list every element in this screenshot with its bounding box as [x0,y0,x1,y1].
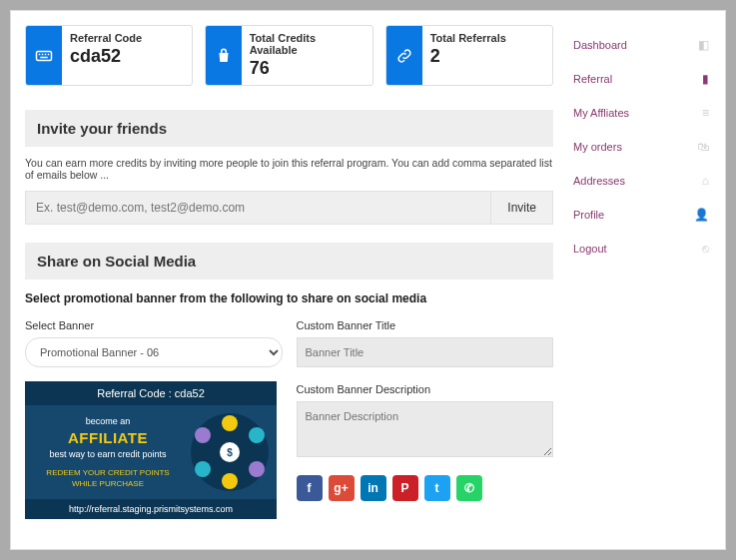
share-form-row: Select Banner Promotional Banner - 06 Re… [25,319,553,519]
invite-row: Invite [25,191,553,225]
sidebar-item-label: Logout [573,243,607,255]
stat-label: Referral Code [70,32,142,44]
social-row: f g+ in P t ✆ [297,475,554,501]
bag-icon [206,26,241,85]
sidebar-item-logout[interactable]: Logout ⎋ [571,232,711,266]
select-banner-label: Select Banner [25,319,283,331]
stat-referral-code: Referral Code cda52 [25,25,193,86]
linkedin-icon[interactable]: in [361,475,386,501]
stat-referrals: Total Referrals 2 [385,25,553,86]
sidebar-item-label: Profile [573,209,604,221]
invite-email-input[interactable] [25,191,491,225]
pinterest-icon[interactable]: P [392,475,418,501]
sidebar-item-orders[interactable]: My orders 🛍 [571,130,711,164]
svg-rect-1 [39,53,41,55]
stat-value: cda52 [70,46,142,67]
sidebar-item-label: Referral [573,73,612,85]
stat-credits: Total Credits Available 76 [205,25,372,86]
sidebar-item-addresses[interactable]: Addresses ⌂ [571,164,711,198]
affiliate-graphic: $ [191,413,269,491]
sidebar: Dashboard ◧ Referral ▮ My Affliates ≡ My… [571,25,711,549]
sidebar-item-label: My orders [573,141,622,153]
sidebar-item-dashboard[interactable]: Dashboard ◧ [571,29,711,62]
svg-rect-2 [42,53,44,55]
google-plus-icon[interactable]: g+ [329,475,355,501]
facebook-icon[interactable]: f [297,475,323,501]
twitter-icon[interactable]: t [424,475,450,501]
user-icon: 👤 [694,208,709,222]
banner-title-input[interactable] [297,337,554,367]
main-column: Referral Code cda52 Total Credits Availa… [25,25,553,549]
banner-desc-label: Custom Banner Description [297,383,554,395]
list-icon: ≡ [702,106,709,120]
svg-rect-4 [48,53,50,55]
stat-value: 2 [430,46,506,67]
file-icon: ▮ [702,72,709,86]
banner-line4: REDEEM YOUR CREDIT POINTS WHILE PURCHASE [33,467,183,489]
select-banner[interactable]: Promotional Banner - 06 [25,337,283,367]
app-root: Referral Code cda52 Total Credits Availa… [10,10,726,550]
banner-title-label: Custom Banner Title [297,319,554,331]
stat-value: 76 [250,58,365,79]
promo-banner: Referral Code : cda52 become an AFFILIAT… [25,381,277,519]
svg-rect-5 [40,56,48,58]
share-sub: Select promotional banner from the follo… [25,291,553,305]
banner-desc-input[interactable] [297,401,554,457]
keyboard-icon [26,26,62,85]
svg-rect-0 [37,51,52,60]
sidebar-item-label: My Affliates [573,107,629,119]
svg-rect-3 [45,53,47,55]
whatsapp-icon[interactable]: ✆ [456,475,482,501]
banner-line2: AFFILIATE [33,427,183,448]
sidebar-item-label: Addresses [573,175,625,187]
sidebar-item-referral[interactable]: Referral ▮ [571,62,711,96]
link-icon [386,26,422,85]
banner-code: Referral Code : cda52 [25,381,277,405]
banner-line3: best way to earn credit points [33,448,183,461]
stat-label: Total Credits Available [250,32,365,56]
stat-label: Total Referrals [430,32,506,44]
sidebar-item-label: Dashboard [573,39,627,51]
banner-line1: become an [33,415,183,428]
invite-heading: Invite your friends [25,110,553,147]
basket-icon: 🛍 [697,140,709,154]
invite-desc: You can earn more credits by inviting mo… [25,157,553,181]
home-icon: ⌂ [702,174,709,188]
logout-icon: ⎋ [702,242,709,256]
dashboard-icon: ◧ [698,38,709,52]
share-heading: Share on Social Media [25,243,553,280]
sidebar-item-profile[interactable]: Profile 👤 [571,198,711,232]
sidebar-item-affiliates[interactable]: My Affliates ≡ [571,96,711,130]
banner-url: http://referral.staging.prismitsystems.c… [25,499,277,519]
stats-row: Referral Code cda52 Total Credits Availa… [25,25,553,86]
invite-button[interactable]: Invite [491,191,553,225]
